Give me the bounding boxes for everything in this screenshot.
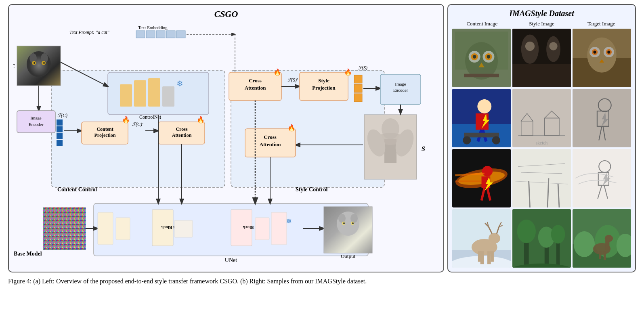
svg-rect-107: [271, 212, 287, 245]
svg-rect-48: [148, 78, 160, 107]
svg-text:Encoder: Encoder: [29, 122, 44, 127]
svg-text:Text Prompt: "a cat": Text Prompt: "a cat": [69, 29, 110, 35]
svg-text:Cross: Cross: [176, 126, 187, 132]
svg-text:Image: Image: [30, 115, 42, 120]
caption: Figure 4: (a) Left: Overview of the prop…: [8, 277, 636, 286]
svg-point-113: [350, 214, 358, 223]
svg-text:Cross: Cross: [264, 134, 277, 140]
svg-point-203: [489, 233, 500, 243]
svg-rect-46: [120, 84, 132, 107]
svg-rect-11: [156, 31, 165, 38]
grid-img-flash-target: [573, 149, 631, 207]
csgo-title: CSGO: [13, 9, 439, 19]
svg-text:UNet: UNet: [225, 257, 237, 263]
svg-text:Style Control: Style Control: [296, 186, 328, 193]
csgo-diagram: Content Control Style Control Base Model…: [13, 22, 437, 264]
svg-text:🔥: 🔥: [197, 116, 205, 124]
grid-img-deer-content: [452, 209, 511, 268]
svg-rect-198: [487, 251, 491, 264]
svg-point-116: [343, 222, 345, 224]
svg-rect-47: [134, 80, 146, 107]
svg-text:Text Embedding: Text Embedding: [138, 25, 168, 30]
main-container: CSGO Content Control Style Control Base …: [0, 0, 644, 290]
svg-rect-147: [573, 29, 631, 87]
svg-text:sketch: sketch: [536, 140, 548, 146]
svg-text:Attention: Attention: [172, 132, 192, 138]
svg-rect-165: [573, 89, 631, 147]
svg-rect-49: [162, 86, 174, 107]
imagstyle-panel: IMAGStyle Dataset Content Image Style Im…: [447, 4, 636, 272]
grid-img-deer-target: [573, 209, 631, 268]
svg-rect-12: [166, 31, 175, 38]
col-label-content: Content Image: [452, 21, 512, 27]
svg-rect-201: [491, 251, 494, 262]
svg-rect-10: [146, 31, 155, 38]
grid-img-owl-content: [452, 29, 511, 87]
col-label-style: Style Image: [512, 21, 572, 27]
svg-rect-66: [354, 94, 362, 102]
svg-text:Attention: Attention: [245, 85, 266, 91]
svg-point-23: [43, 62, 45, 64]
svg-text:Projection: Projection: [312, 85, 336, 91]
svg-point-22: [34, 62, 35, 64]
svg-point-174: [482, 166, 493, 176]
svg-rect-30: [57, 119, 63, 126]
svg-rect-31: [57, 126, 63, 132]
svg-rect-100: [116, 218, 130, 240]
svg-text:Base Model: Base Model: [14, 251, 42, 257]
svg-rect-65: [354, 84, 362, 92]
svg-text:Style: Style: [318, 78, 329, 84]
svg-text:Projection: Projection: [94, 132, 115, 138]
svg-text:C: C: [13, 63, 15, 69]
svg-rect-158: [512, 89, 571, 147]
svg-rect-131: [512, 64, 571, 87]
svg-point-117: [352, 222, 354, 224]
svg-point-112: [338, 214, 346, 223]
svg-rect-200: [478, 251, 482, 262]
svg-text:ℱ(S): ℱ(S): [358, 65, 367, 71]
grid-img-boy-target: [573, 89, 631, 147]
svg-rect-224: [604, 251, 606, 260]
grid-img-boy-content: [452, 89, 511, 147]
svg-point-212: [517, 220, 536, 243]
svg-text:Cross: Cross: [249, 78, 262, 84]
svg-text:ℱ(C): ℱ(C): [57, 113, 67, 118]
svg-text:🔥: 🔥: [287, 124, 296, 132]
svg-rect-33: [57, 140, 63, 146]
svg-text:Content: Content: [96, 126, 113, 132]
svg-rect-154: [464, 133, 499, 138]
svg-rect-188: [573, 149, 631, 207]
svg-rect-32: [57, 133, 63, 139]
svg-text:🔥: 🔥: [344, 68, 352, 76]
diagrams-row: CSGO Content Control Style Control Base …: [8, 4, 636, 272]
svg-rect-181: [512, 149, 571, 207]
svg-text:Image: Image: [395, 82, 406, 86]
svg-point-216: [551, 225, 565, 243]
svg-text:ℱ(C)′: ℱ(C)′: [132, 122, 143, 127]
svg-rect-99: [98, 212, 113, 245]
svg-text:Encoder: Encoder: [393, 88, 408, 92]
svg-rect-225: [599, 251, 601, 259]
svg-point-136: [549, 42, 557, 50]
svg-point-156: [492, 136, 500, 144]
caption-text: Figure 4: (a) Left: Overview of the prop…: [8, 278, 367, 285]
csgo-panel: CSGO Content Control Style Control Base …: [8, 4, 444, 272]
svg-text:Attention: Attention: [260, 141, 281, 147]
svg-point-227: [605, 235, 613, 242]
grid-img-deer-style: [512, 209, 571, 268]
grid-img-owl-style: [512, 29, 571, 87]
svg-rect-13: [176, 31, 185, 38]
svg-text:🔥: 🔥: [122, 116, 130, 124]
svg-rect-9: [136, 31, 145, 38]
svg-text:❄: ❄: [286, 217, 292, 225]
svg-rect-89: [43, 207, 86, 250]
svg-rect-64: [354, 75, 362, 83]
svg-point-135: [525, 42, 535, 51]
grid-img-flash-content: [452, 149, 511, 207]
imagstyle-title: IMAGStyle Dataset: [452, 9, 631, 18]
svg-text:🔥: 🔥: [273, 68, 281, 76]
svg-rect-103: [174, 220, 193, 237]
image-grid-header: Content Image Style Image Target Image: [452, 21, 631, 27]
svg-point-150: [477, 99, 491, 113]
col-label-target: Target Image: [571, 21, 631, 27]
